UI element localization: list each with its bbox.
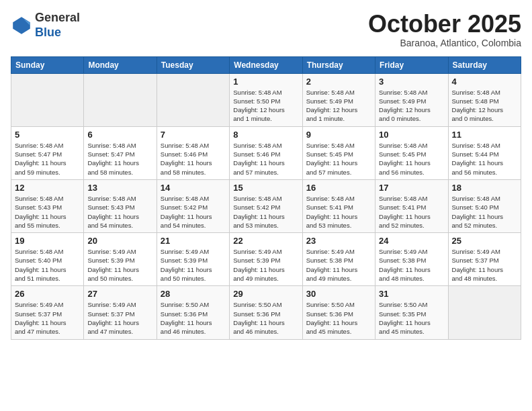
day-info: Sunrise: 5:48 AM Sunset: 5:47 PM Dayligh… [87, 141, 152, 177]
day-number: 24 [379, 236, 444, 246]
day-number: 22 [233, 236, 298, 246]
day-number: 18 [452, 183, 517, 193]
day-number: 15 [233, 183, 298, 193]
calendar-week-row: 1Sunrise: 5:48 AM Sunset: 5:50 PM Daylig… [11, 73, 521, 126]
location: Baranoa, Atlantico, Colombia [368, 38, 521, 48]
calendar-cell: 23Sunrise: 5:49 AM Sunset: 5:38 PM Dayli… [302, 233, 375, 286]
calendar-cell: 3Sunrise: 5:48 AM Sunset: 5:49 PM Daylig… [375, 73, 448, 126]
day-info: Sunrise: 5:49 AM Sunset: 5:39 PM Dayligh… [233, 247, 298, 283]
day-info: Sunrise: 5:49 AM Sunset: 5:39 PM Dayligh… [87, 247, 152, 283]
calendar-week-row: 19Sunrise: 5:48 AM Sunset: 5:40 PM Dayli… [11, 233, 521, 286]
calendar-cell [448, 286, 521, 339]
calendar-cell: 27Sunrise: 5:49 AM Sunset: 5:37 PM Dayli… [84, 286, 157, 339]
day-info: Sunrise: 5:50 AM Sunset: 5:35 PM Dayligh… [379, 300, 444, 336]
calendar-cell: 26Sunrise: 5:49 AM Sunset: 5:37 PM Dayli… [11, 286, 84, 339]
calendar-cell: 14Sunrise: 5:48 AM Sunset: 5:42 PM Dayli… [157, 179, 229, 232]
day-info: Sunrise: 5:48 AM Sunset: 5:41 PM Dayligh… [306, 194, 371, 230]
calendar-cell: 17Sunrise: 5:48 AM Sunset: 5:41 PM Dayli… [375, 179, 448, 232]
day-info: Sunrise: 5:48 AM Sunset: 5:41 PM Dayligh… [379, 194, 444, 230]
day-number: 23 [306, 236, 371, 246]
day-info: Sunrise: 5:49 AM Sunset: 5:38 PM Dayligh… [379, 247, 444, 283]
day-number: 27 [87, 289, 152, 299]
weekday-header: Tuesday [157, 56, 229, 73]
weekday-header: Saturday [448, 56, 521, 73]
calendar-cell: 15Sunrise: 5:48 AM Sunset: 5:42 PM Dayli… [230, 179, 302, 232]
calendar-cell: 24Sunrise: 5:49 AM Sunset: 5:38 PM Dayli… [375, 233, 448, 286]
day-info: Sunrise: 5:48 AM Sunset: 5:42 PM Dayligh… [233, 194, 298, 230]
day-number: 6 [87, 130, 152, 140]
calendar-cell: 20Sunrise: 5:49 AM Sunset: 5:39 PM Dayli… [84, 233, 157, 286]
day-number: 9 [306, 130, 371, 140]
day-info: Sunrise: 5:48 AM Sunset: 5:45 PM Dayligh… [379, 141, 444, 177]
day-number: 2 [306, 77, 371, 87]
logo-icon [11, 15, 32, 36]
day-info: Sunrise: 5:50 AM Sunset: 5:36 PM Dayligh… [233, 300, 298, 336]
day-info: Sunrise: 5:48 AM Sunset: 5:47 PM Dayligh… [15, 141, 80, 177]
logo-text: General Blue [35, 11, 80, 40]
calendar-cell: 10Sunrise: 5:48 AM Sunset: 5:45 PM Dayli… [375, 126, 448, 179]
calendar-cell [157, 73, 229, 126]
calendar-cell: 19Sunrise: 5:48 AM Sunset: 5:40 PM Dayli… [11, 233, 84, 286]
day-info: Sunrise: 5:48 AM Sunset: 5:43 PM Dayligh… [87, 194, 152, 230]
day-info: Sunrise: 5:48 AM Sunset: 5:45 PM Dayligh… [306, 141, 371, 177]
day-info: Sunrise: 5:48 AM Sunset: 5:46 PM Dayligh… [161, 141, 226, 177]
calendar-cell: 29Sunrise: 5:50 AM Sunset: 5:36 PM Dayli… [230, 286, 302, 339]
calendar-cell: 21Sunrise: 5:49 AM Sunset: 5:39 PM Dayli… [157, 233, 229, 286]
calendar-week-row: 26Sunrise: 5:49 AM Sunset: 5:37 PM Dayli… [11, 286, 521, 339]
day-number: 28 [161, 289, 226, 299]
day-info: Sunrise: 5:48 AM Sunset: 5:49 PM Dayligh… [306, 88, 371, 124]
calendar-cell: 4Sunrise: 5:48 AM Sunset: 5:48 PM Daylig… [448, 73, 521, 126]
calendar-cell: 22Sunrise: 5:49 AM Sunset: 5:39 PM Dayli… [230, 233, 302, 286]
day-number: 29 [233, 289, 298, 299]
calendar-cell: 7Sunrise: 5:48 AM Sunset: 5:46 PM Daylig… [157, 126, 229, 179]
day-number: 26 [15, 289, 80, 299]
day-number: 14 [161, 183, 226, 193]
calendar-cell: 12Sunrise: 5:48 AM Sunset: 5:43 PM Dayli… [11, 179, 84, 232]
calendar-week-row: 5Sunrise: 5:48 AM Sunset: 5:47 PM Daylig… [11, 126, 521, 179]
calendar-cell: 30Sunrise: 5:50 AM Sunset: 5:36 PM Dayli… [302, 286, 375, 339]
calendar-cell: 16Sunrise: 5:48 AM Sunset: 5:41 PM Dayli… [302, 179, 375, 232]
logo-blue: Blue [35, 26, 61, 39]
weekday-header: Monday [84, 56, 157, 73]
day-number: 21 [161, 236, 226, 246]
day-number: 1 [233, 77, 298, 87]
calendar-cell: 13Sunrise: 5:48 AM Sunset: 5:43 PM Dayli… [84, 179, 157, 232]
calendar-table: SundayMondayTuesdayWednesdayThursdayFrid… [11, 56, 521, 340]
calendar-cell: 1Sunrise: 5:48 AM Sunset: 5:50 PM Daylig… [230, 73, 302, 126]
weekday-header: Thursday [302, 56, 375, 73]
day-info: Sunrise: 5:48 AM Sunset: 5:48 PM Dayligh… [452, 88, 517, 124]
day-info: Sunrise: 5:48 AM Sunset: 5:40 PM Dayligh… [15, 247, 80, 283]
calendar-cell: 31Sunrise: 5:50 AM Sunset: 5:35 PM Dayli… [375, 286, 448, 339]
svg-marker-0 [13, 17, 30, 34]
day-info: Sunrise: 5:48 AM Sunset: 5:40 PM Dayligh… [452, 194, 517, 230]
calendar-cell: 25Sunrise: 5:49 AM Sunset: 5:37 PM Dayli… [448, 233, 521, 286]
day-info: Sunrise: 5:50 AM Sunset: 5:36 PM Dayligh… [306, 300, 371, 336]
day-info: Sunrise: 5:48 AM Sunset: 5:49 PM Dayligh… [379, 88, 444, 124]
day-number: 19 [15, 236, 80, 246]
day-info: Sunrise: 5:50 AM Sunset: 5:36 PM Dayligh… [161, 300, 226, 336]
weekday-header: Friday [375, 56, 448, 73]
logo: General Blue [11, 11, 80, 40]
day-info: Sunrise: 5:48 AM Sunset: 5:44 PM Dayligh… [452, 141, 517, 177]
calendar-cell [84, 73, 157, 126]
page-header: General Blue October 2025 Baranoa, Atlan… [11, 11, 521, 48]
day-info: Sunrise: 5:49 AM Sunset: 5:37 PM Dayligh… [15, 300, 80, 336]
calendar-cell: 18Sunrise: 5:48 AM Sunset: 5:40 PM Dayli… [448, 179, 521, 232]
day-info: Sunrise: 5:48 AM Sunset: 5:46 PM Dayligh… [233, 141, 298, 177]
weekday-header: Wednesday [230, 56, 302, 73]
day-number: 5 [15, 130, 80, 140]
day-number: 16 [306, 183, 371, 193]
logo-general: General [35, 11, 80, 24]
day-info: Sunrise: 5:48 AM Sunset: 5:42 PM Dayligh… [161, 194, 226, 230]
calendar-week-row: 12Sunrise: 5:48 AM Sunset: 5:43 PM Dayli… [11, 179, 521, 232]
day-info: Sunrise: 5:49 AM Sunset: 5:38 PM Dayligh… [306, 247, 371, 283]
calendar-cell [11, 73, 84, 126]
day-number: 7 [161, 130, 226, 140]
day-number: 8 [233, 130, 298, 140]
calendar-cell: 11Sunrise: 5:48 AM Sunset: 5:44 PM Dayli… [448, 126, 521, 179]
day-info: Sunrise: 5:49 AM Sunset: 5:37 PM Dayligh… [87, 300, 152, 336]
day-number: 12 [15, 183, 80, 193]
weekday-header: Sunday [11, 56, 84, 73]
day-number: 20 [87, 236, 152, 246]
day-info: Sunrise: 5:48 AM Sunset: 5:43 PM Dayligh… [15, 194, 80, 230]
